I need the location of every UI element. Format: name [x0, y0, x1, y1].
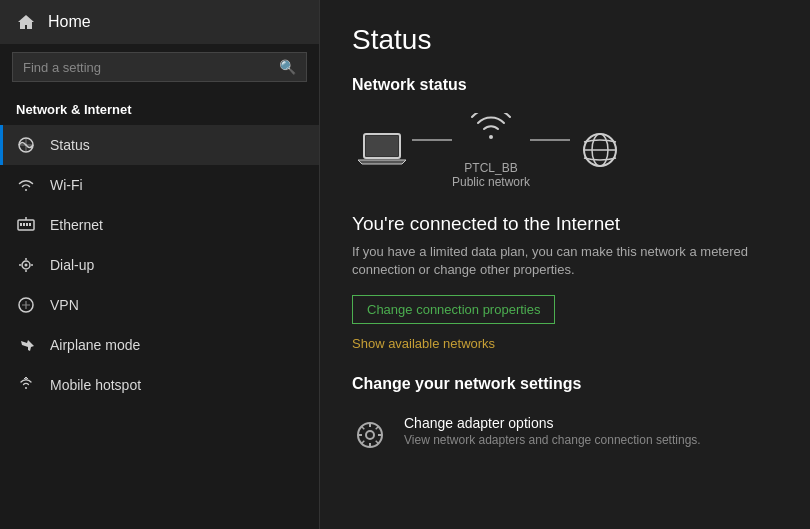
ethernet-icon: [16, 215, 36, 235]
router-icon: [461, 110, 521, 155]
wifi-icon: [16, 175, 36, 195]
adapter-settings-item[interactable]: Change adapter options View network adap…: [352, 407, 778, 461]
svg-rect-2: [20, 223, 22, 226]
change-properties-button[interactable]: Change connection properties: [352, 295, 555, 324]
sidebar-item-ethernet[interactable]: Ethernet: [0, 205, 319, 245]
svg-point-7: [25, 264, 28, 267]
internet-icon: [570, 127, 630, 172]
sidebar-item-ethernet-label: Ethernet: [50, 217, 103, 233]
sidebar-item-airplane[interactable]: Airplane mode: [0, 325, 319, 365]
network-name: PTCL_BB Public network: [452, 161, 530, 189]
sidebar-item-dialup-label: Dial-up: [50, 257, 94, 273]
network-status-heading: Network status: [352, 76, 778, 94]
home-icon: [16, 12, 36, 32]
search-icon: 🔍: [279, 59, 296, 75]
sidebar-item-hotspot[interactable]: Mobile hotspot: [0, 365, 319, 405]
sidebar-item-dialup[interactable]: Dial-up: [0, 245, 319, 285]
status-icon: [16, 135, 36, 155]
vpn-icon: [16, 295, 36, 315]
sidebar-item-home[interactable]: Home: [0, 0, 319, 44]
sidebar-item-hotspot-label: Mobile hotspot: [50, 377, 141, 393]
laptop-node: [352, 127, 412, 172]
connected-text: You're connected to the Internet: [352, 213, 778, 235]
laptop-icon: [352, 127, 412, 172]
change-settings-heading: Change your network settings: [352, 375, 778, 393]
sidebar-item-vpn[interactable]: VPN: [0, 285, 319, 325]
sidebar-item-wifi[interactable]: Wi-Fi: [0, 165, 319, 205]
page-title: Status: [352, 24, 778, 56]
svg-point-13: [366, 431, 374, 439]
internet-node: [570, 127, 630, 172]
sidebar-item-status[interactable]: Status: [0, 125, 319, 165]
sidebar-item-wifi-label: Wi-Fi: [50, 177, 83, 193]
connection-line-1: [412, 139, 452, 141]
sidebar-item-vpn-label: VPN: [50, 297, 79, 313]
search-box[interactable]: 🔍: [12, 52, 307, 82]
show-networks-link[interactable]: Show available networks: [352, 336, 778, 351]
svg-rect-9: [366, 136, 398, 156]
sidebar-section-title: Network & Internet: [0, 90, 319, 125]
svg-rect-4: [26, 223, 28, 226]
description-text: If you have a limited data plan, you can…: [352, 243, 778, 279]
home-label: Home: [48, 13, 91, 31]
adapter-desc: View network adapters and change connect…: [404, 433, 778, 449]
sidebar-item-airplane-label: Airplane mode: [50, 337, 140, 353]
sidebar: Home 🔍 Network & Internet Status Wi-Fi: [0, 0, 320, 529]
router-node: PTCL_BB Public network: [452, 110, 530, 189]
adapter-title: Change adapter options: [404, 415, 778, 431]
network-diagram: PTCL_BB Public network: [352, 110, 778, 189]
airplane-icon: [16, 335, 36, 355]
svg-rect-3: [23, 223, 25, 226]
connection-line-2: [530, 139, 570, 141]
search-input[interactable]: [23, 60, 271, 75]
dialup-icon: [16, 255, 36, 275]
adapter-icon: [352, 417, 388, 453]
adapter-settings-text: Change adapter options View network adap…: [404, 415, 778, 449]
main-content: Status Network status: [320, 0, 810, 529]
svg-rect-5: [29, 223, 31, 226]
hotspot-icon: [16, 375, 36, 395]
sidebar-item-status-label: Status: [50, 137, 90, 153]
